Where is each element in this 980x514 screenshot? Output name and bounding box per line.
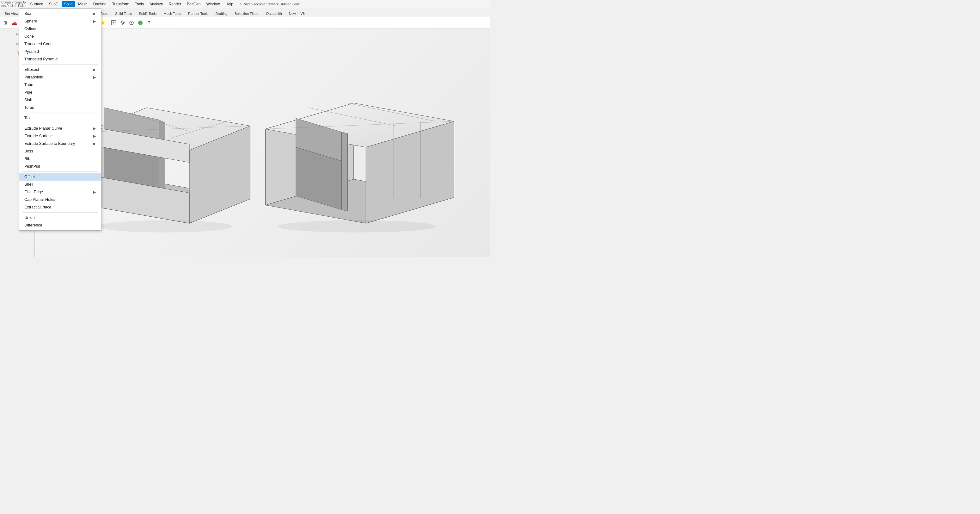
svg-point-17 (138, 21, 143, 25)
menu-item-sphere[interactable]: Sphere ▶ (19, 18, 101, 25)
arrow-icon: ▶ (93, 142, 96, 146)
menu-boltgen[interactable]: BoltGen (184, 1, 203, 7)
arrow-icon: ▶ (93, 12, 96, 16)
svg-point-16 (131, 22, 132, 23)
icon-snap[interactable] (127, 19, 135, 27)
tab-render-tools[interactable]: Render Tools (185, 10, 212, 17)
separator-2 (22, 113, 98, 113)
icon-settings[interactable] (119, 19, 127, 27)
menu-surface[interactable]: Surface (27, 1, 46, 7)
shadow-left (98, 220, 232, 233)
icon-mesh-tools[interactable] (110, 19, 118, 27)
svg-point-14 (122, 22, 124, 24)
menu-item-rib[interactable]: Rib (19, 155, 101, 163)
menu-item-boss[interactable]: Boss (19, 147, 101, 155)
tab-mesh-tools[interactable]: Mesh Tools (160, 10, 184, 17)
icon-car[interactable]: 🚗 (10, 19, 18, 27)
separator-4 (22, 171, 98, 172)
menu-subd[interactable]: SubD (46, 1, 61, 7)
arrow-icon: ▶ (93, 19, 96, 23)
menu-item-extract-surface[interactable]: Extract Surface (19, 203, 101, 211)
cut-icon: ✂ (16, 32, 19, 37)
toolbar-separator-1 (108, 20, 108, 26)
menu-drafting[interactable]: Drafting (91, 1, 109, 7)
tab-subd-tools[interactable]: SubD Tools (135, 10, 160, 17)
icon-grid[interactable]: ⊞ (1, 19, 10, 27)
menu-item-truncated-cone[interactable]: Truncated Cone (19, 40, 101, 48)
menu-item-pushpull[interactable]: PushPull (19, 163, 101, 170)
menu-item-tube[interactable]: Tube (19, 81, 101, 89)
tab-selection-filters[interactable]: Selection Filters (231, 10, 263, 17)
menu-item-box[interactable]: Box ▶ (19, 10, 101, 18)
arrow-icon: ▶ (93, 126, 96, 131)
menu-analyze[interactable]: Analyze (147, 1, 165, 7)
menu-solid[interactable]: Solid (62, 1, 75, 7)
menu-item-pipe[interactable]: Pipe (19, 89, 101, 96)
svg-point-6 (102, 21, 104, 24)
menu-help[interactable]: Help (223, 1, 236, 7)
separator-5 (22, 212, 98, 212)
scene-svg (35, 29, 490, 257)
menu-item-text[interactable]: Text... (19, 114, 101, 122)
arrow-icon: ▶ (93, 68, 96, 72)
separator-3 (22, 123, 98, 123)
tab-new-in-v8[interactable]: New in V8 (285, 10, 308, 17)
menu-render[interactable]: Render (166, 1, 184, 7)
arrow-icon: ▶ (93, 190, 96, 194)
menu-tools[interactable]: Tools (132, 1, 146, 7)
menu-item-torus[interactable]: Torus (19, 104, 101, 111)
tab-solid-tools[interactable]: Solid Tools (111, 10, 135, 17)
copy-icon: ⊞ (16, 42, 19, 46)
sidebar-user-info: UpdatePromptUpers\Paul de Ruite (1, 1, 27, 8)
menu-item-offset[interactable]: Offset (19, 173, 101, 180)
menu-item-cylinder[interactable]: Cylinder (19, 25, 101, 33)
menubar: UpdatePromptUpers\Paul de Ruite Surface … (0, 0, 490, 8)
icon-help[interactable]: ? (145, 19, 153, 27)
menu-item-truncated-pyramid[interactable]: Truncated Pyramid (19, 55, 101, 63)
menu-item-cone[interactable]: Cone (19, 33, 101, 40)
menu-item-extrude-surface-to-boundary[interactable]: Extrude Surface to Boundary ▶ (19, 140, 101, 147)
icon-earth[interactable] (136, 19, 145, 27)
menu-item-paraboloid[interactable]: Paraboloid ▶ (19, 73, 101, 81)
inner-right-2 (341, 132, 347, 211)
main-viewport[interactable] (35, 29, 490, 257)
menu-mesh[interactable]: Mesh (76, 1, 90, 7)
menu-item-difference[interactable]: Difference (19, 222, 101, 229)
menu-item-extrude-planar-curve[interactable]: Extrude Planar Curve ▶ (19, 125, 101, 132)
menu-item-slab[interactable]: Slab (19, 96, 101, 104)
menu-window[interactable]: Window (204, 1, 222, 7)
file-path: e Ruiter\Documents\werk\Untitled.3dm" (237, 1, 489, 8)
menu-item-extrude-surface[interactable]: Extrude Surface ▶ (19, 132, 101, 140)
tab-drafting[interactable]: Drafting (212, 10, 231, 17)
menu-item-fillet-edge[interactable]: Fillet Edge ▶ (19, 188, 101, 196)
menu-item-ellipsoid[interactable]: Ellipsoid ▶ (19, 66, 101, 73)
menu-item-union[interactable]: Union (19, 214, 101, 222)
menu-item-pyramid[interactable]: Pyramid (19, 48, 101, 55)
tab-datasmith[interactable]: Datasmith (263, 10, 285, 17)
arrow-icon: ▶ (93, 75, 96, 80)
shadow-right (278, 220, 436, 233)
solid-dropdown-menu: Box ▶ Sphere ▶ Cylinder Cone Truncated C… (19, 8, 101, 231)
menu-transform[interactable]: Transform (110, 1, 132, 7)
3d-scene (35, 29, 490, 257)
menu-item-cap-planar-holes[interactable]: Cap Planar Holes (19, 196, 101, 203)
menu-item-shell[interactable]: Shell (19, 180, 101, 188)
arrow-icon: ▶ (93, 134, 96, 138)
